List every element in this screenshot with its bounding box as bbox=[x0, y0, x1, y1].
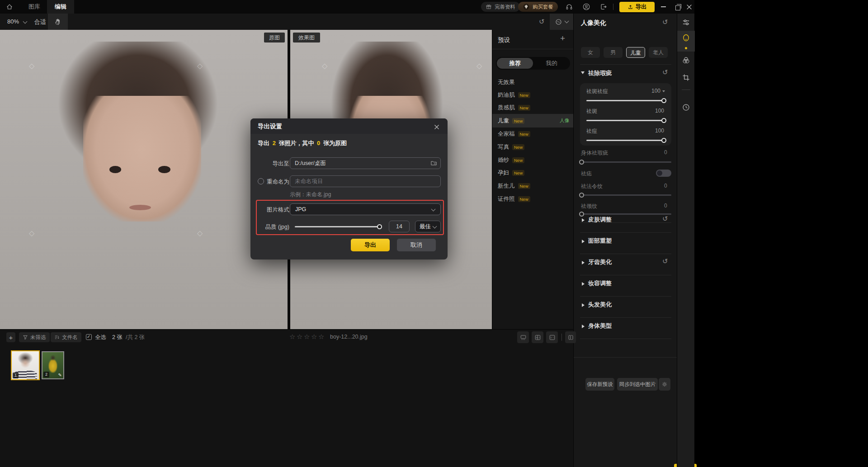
tab-gallery[interactable]: 图库 bbox=[24, 0, 45, 14]
dialog-close-button[interactable] bbox=[434, 123, 439, 132]
folder-icon[interactable] bbox=[430, 160, 437, 168]
gender-elder-button[interactable]: 老人 bbox=[649, 47, 668, 58]
rename-input[interactable] bbox=[290, 175, 441, 187]
preset-item[interactable]: 全家福 New bbox=[492, 127, 574, 140]
star-icon[interactable] bbox=[311, 333, 317, 341]
gender-child-button[interactable]: 儿童 bbox=[626, 47, 645, 58]
slider-track[interactable] bbox=[586, 120, 666, 121]
adjust-tool-button[interactable] bbox=[682, 18, 690, 28]
slider-track[interactable] bbox=[586, 140, 666, 141]
section-reset-button[interactable] bbox=[662, 257, 668, 265]
gender-male-button[interactable]: 男 bbox=[604, 47, 623, 58]
section-blemish[interactable]: 祛除瑕疵 bbox=[588, 69, 612, 77]
slider-track[interactable] bbox=[581, 194, 671, 196]
preset-item[interactable]: 证件照 New bbox=[492, 193, 574, 205]
tab-mine[interactable]: 我的 bbox=[534, 58, 569, 69]
slider-handle[interactable] bbox=[579, 193, 584, 198]
account-button[interactable] bbox=[582, 3, 590, 13]
star-icon[interactable] bbox=[297, 333, 302, 341]
collapse-icon[interactable] bbox=[581, 71, 585, 74]
slider-handle[interactable] bbox=[661, 98, 666, 103]
preset-item[interactable]: 新生儿 New bbox=[492, 179, 574, 192]
section-teeth[interactable]: 牙齿美化 bbox=[588, 258, 612, 266]
support-button[interactable] bbox=[565, 3, 573, 13]
slider-track[interactable] bbox=[586, 100, 666, 101]
home-button[interactable] bbox=[5, 3, 14, 13]
slider-track[interactable] bbox=[581, 213, 671, 215]
split-view-button[interactable] bbox=[565, 331, 576, 343]
sort-button[interactable]: 文件名 bbox=[51, 332, 81, 342]
quality-slider-handle[interactable] bbox=[377, 224, 382, 229]
compare-ab-button[interactable]: R A bbox=[532, 331, 543, 343]
preset-item[interactable]: 无效果 bbox=[492, 76, 574, 89]
filter-button[interactable]: 未筛选 bbox=[19, 332, 50, 342]
star-icon[interactable] bbox=[289, 333, 295, 341]
undo-icon[interactable] bbox=[539, 18, 545, 26]
sync-to-selected-button[interactable]: 同步到选中图片 bbox=[617, 378, 658, 391]
section-face[interactable]: 面部重塑 bbox=[588, 237, 612, 245]
restore-button[interactable] bbox=[675, 5, 680, 10]
portrait-tool-button-active[interactable] bbox=[677, 31, 695, 52]
panel-reset-button[interactable] bbox=[662, 18, 668, 26]
buy-plan-button[interactable]: 购买套餐 bbox=[518, 2, 558, 12]
minimize-button[interactable] bbox=[661, 6, 666, 7]
slider-track[interactable] bbox=[581, 161, 671, 163]
dialog-cancel-button[interactable]: 取消 bbox=[397, 239, 436, 251]
quality-value-box[interactable]: 14 bbox=[389, 221, 410, 232]
crop-tool-button[interactable] bbox=[682, 73, 690, 84]
expand-icon[interactable] bbox=[582, 261, 585, 264]
slider-handle[interactable] bbox=[579, 160, 584, 165]
preset-item-selected[interactable]: 儿童 New 人像 bbox=[492, 114, 574, 127]
slider-handle[interactable] bbox=[579, 212, 584, 217]
export-button[interactable]: 导出 bbox=[619, 2, 655, 12]
quality-slider-track[interactable] bbox=[295, 226, 381, 227]
double-view-button[interactable]: Y Y bbox=[546, 331, 558, 343]
filmstrip-toggle-button[interactable] bbox=[517, 331, 529, 343]
color-tool-button[interactable] bbox=[682, 56, 690, 66]
history-tool-button[interactable] bbox=[682, 103, 690, 113]
expand-icon[interactable] bbox=[582, 240, 585, 243]
section-body[interactable]: 身体美型 bbox=[588, 322, 612, 330]
thumbnail-2[interactable]: 2 bbox=[42, 351, 64, 379]
preset-item[interactable]: 婚纱 New bbox=[492, 154, 574, 166]
star-icon[interactable] bbox=[318, 333, 324, 341]
tab-recommended[interactable]: 推荐 bbox=[497, 58, 533, 69]
complete-profile-button[interactable]: 完善资料 bbox=[481, 2, 520, 12]
slider-handle[interactable] bbox=[661, 118, 666, 123]
add-photo-button[interactable]: + bbox=[6, 332, 15, 342]
select-all-checkbox[interactable] bbox=[86, 334, 92, 340]
section-skin[interactable]: 皮肤调整 bbox=[588, 216, 612, 224]
compare-original-button[interactable] bbox=[550, 14, 573, 30]
tab-edit[interactable]: 编辑 bbox=[47, 0, 74, 14]
slider-handle[interactable] bbox=[661, 138, 666, 143]
zoom-level-dropdown[interactable]: 80% bbox=[7, 18, 19, 25]
gender-female-button[interactable]: 女 bbox=[581, 47, 600, 58]
preset-item[interactable]: 写真 New bbox=[492, 141, 574, 153]
thumbnail-1[interactable]: 1 bbox=[11, 350, 40, 380]
caret-down-icon[interactable] bbox=[662, 90, 665, 92]
section-reset-button[interactable] bbox=[662, 215, 668, 223]
sync-settings-button[interactable] bbox=[659, 378, 670, 391]
format-select[interactable]: JPG bbox=[290, 203, 441, 215]
preset-item[interactable]: 奶油肌 New bbox=[492, 89, 574, 101]
quality-level-select[interactable]: 最佳 bbox=[415, 221, 441, 232]
section-hair[interactable]: 头发美化 bbox=[588, 301, 612, 309]
export-path-input[interactable] bbox=[290, 157, 441, 169]
original-photo[interactable] bbox=[0, 30, 288, 329]
expand-icon[interactable] bbox=[582, 325, 585, 328]
mole-removal-toggle[interactable] bbox=[656, 170, 671, 177]
section-reset-button[interactable] bbox=[662, 68, 668, 76]
expand-icon[interactable] bbox=[582, 218, 585, 222]
hand-tool-button[interactable] bbox=[48, 14, 68, 30]
close-button[interactable] bbox=[686, 4, 692, 12]
exit-button[interactable] bbox=[599, 3, 608, 13]
expand-icon[interactable] bbox=[582, 282, 585, 286]
preset-item[interactable]: 质感肌 New bbox=[492, 101, 574, 114]
expand-icon[interactable] bbox=[582, 303, 585, 307]
dialog-export-button[interactable]: 导出 bbox=[351, 239, 390, 251]
star-icon[interactable] bbox=[304, 333, 310, 341]
save-preset-button[interactable]: 保存新预设 bbox=[585, 378, 614, 391]
fit-button[interactable]: 合适 bbox=[34, 18, 46, 26]
preset-item[interactable]: 孕妇 New bbox=[492, 166, 574, 179]
section-makeup[interactable]: 妆容调整 bbox=[588, 279, 612, 288]
